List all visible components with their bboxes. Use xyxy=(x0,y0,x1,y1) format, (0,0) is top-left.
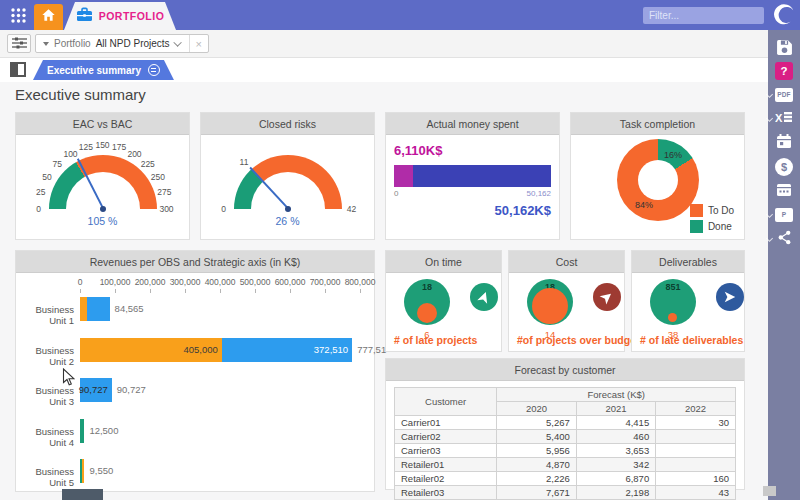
forecast-row: Retailer037,6712,19843 xyxy=(395,486,736,500)
panel-title: Actual money spent xyxy=(386,113,559,135)
forecast-col-customer: Customer xyxy=(395,388,497,416)
gauge-tick-label: 75 xyxy=(53,159,62,169)
bar-segment xyxy=(82,459,84,483)
gauge-tick-label: 100 xyxy=(63,149,77,159)
export-pdf-button[interactable]: PDF xyxy=(768,84,800,106)
forecast-row: Retailer014,870342 xyxy=(395,458,736,472)
bar-total-label: 90,727 xyxy=(117,378,146,402)
forecast-value-cell: 5,267 xyxy=(497,416,576,430)
gauge-tick-label: 0 xyxy=(36,204,41,214)
forecast-row: Retailer022,2266,870160 xyxy=(395,472,736,486)
gauge-tick-label: 125 xyxy=(79,142,93,152)
gauge-eac-vs-bac: 105 % 0255075100125150175200225250275300 xyxy=(28,137,178,237)
view-tabstrip: Executive summary xyxy=(0,58,768,82)
forecast-value-cell: 5,956 xyxy=(497,444,576,458)
bar-category-label: Business Unit 4 xyxy=(18,426,74,448)
panel-cost: Cost 18 14 #of projects over budget xyxy=(508,250,625,352)
chevron-down-icon[interactable] xyxy=(766,211,773,218)
portfolio-toolbar: Portfolio All NPD Projects × xyxy=(0,30,768,58)
calendar-button[interactable] xyxy=(768,132,800,154)
forecast-col-year: 2020 xyxy=(497,402,576,416)
forecast-value-cell: 4,870 xyxy=(497,458,576,472)
tab-portfolio-label: PORTFOLIO xyxy=(99,10,165,22)
tab-executive-summary-label: Executive summary xyxy=(47,65,141,76)
apps-grid-icon[interactable] xyxy=(10,7,27,24)
panel-eac-vs-bac: EAC vs BAC 105 % 02550751001251501752002… xyxy=(15,112,190,240)
x-axis-tick-mark xyxy=(325,289,326,293)
page-title: Executive summary xyxy=(15,86,146,103)
briefcase-icon xyxy=(76,7,93,26)
x-axis-tick-label: 800,000 xyxy=(345,277,376,287)
cost-arrow-icon xyxy=(593,283,621,311)
picker-expand-icon[interactable] xyxy=(43,42,49,46)
save-button[interactable] xyxy=(768,36,800,58)
kpi-caption: # of late deliverables xyxy=(640,334,743,346)
kpi-late-circle xyxy=(668,313,677,322)
share-icon xyxy=(777,230,792,249)
collapse-panel-icon[interactable] xyxy=(10,62,26,77)
forecast-col-year: 2022 xyxy=(656,402,736,416)
home-tab[interactable] xyxy=(34,4,63,30)
on-time-arrow-icon xyxy=(470,283,498,311)
bar-segment xyxy=(80,297,87,321)
logo-crescent-icon[interactable] xyxy=(772,3,796,27)
panel-title: Task completion xyxy=(571,113,744,135)
cost-button[interactable]: $ xyxy=(768,156,800,178)
partial-hidden-panel xyxy=(62,489,103,500)
app-header: PORTFOLIO xyxy=(0,0,800,30)
money-axis-max: 50,162 xyxy=(527,189,551,198)
panel-title: Closed risks xyxy=(201,113,374,135)
gauge-value-label: 26 % xyxy=(213,215,363,227)
forecast-row: Carrier025,400460 xyxy=(395,430,736,444)
forecast-customer-cell: Retailer02 xyxy=(395,472,497,486)
filter-input[interactable] xyxy=(643,7,764,24)
panel-deliverables: Deliverables 851 38 # of late deliverabl… xyxy=(631,250,745,352)
money-axis-min: 0 xyxy=(394,189,398,198)
forecast-value-cell: 43 xyxy=(656,486,736,500)
forecast-value-cell xyxy=(656,458,736,472)
schedule-button[interactable] xyxy=(768,180,800,202)
gauge-pivot xyxy=(100,206,106,212)
gauge-tick-label: 200 xyxy=(127,149,141,159)
resize-handle[interactable] xyxy=(763,486,776,496)
kpi-late-circle xyxy=(417,303,437,323)
x-axis-tick-mark xyxy=(185,289,186,293)
gauge-tick-label: 11 xyxy=(240,157,249,167)
forecast-value-cell: 3,653 xyxy=(576,444,655,458)
clear-selection-button[interactable]: × xyxy=(189,35,208,52)
help-button[interactable]: ? xyxy=(768,60,800,82)
gauge-pivot xyxy=(285,206,291,212)
tab-executive-summary[interactable]: Executive summary xyxy=(33,60,174,80)
view-options-button[interactable] xyxy=(7,34,31,53)
tab-portfolio[interactable]: PORTFOLIO xyxy=(64,2,176,30)
bar-segment-label: 372,510 xyxy=(314,338,348,362)
tab-menu-icon[interactable] xyxy=(148,64,160,76)
donut-legend: To Do Done xyxy=(690,201,734,233)
panel-closed-risks: Closed risks 26 % 01142 xyxy=(200,112,375,240)
export-excel-button[interactable]: X xyxy=(768,108,800,130)
chevron-down-icon[interactable] xyxy=(766,91,773,98)
portfolio-picker[interactable]: Portfolio All NPD Projects × xyxy=(35,34,209,53)
chevron-down-icon[interactable] xyxy=(766,235,773,242)
x-axis-tick-mark xyxy=(115,289,116,293)
bar-total-label: 9,550 xyxy=(89,459,113,483)
forecast-value-cell: 460 xyxy=(576,430,655,444)
x-axis-tick-mark xyxy=(290,289,291,293)
gauge-tick-label: 175 xyxy=(112,142,126,152)
panel-on-time: On time 18 6 # of late projects xyxy=(385,250,502,352)
chevron-down-icon[interactable] xyxy=(766,115,773,122)
forecast-value-cell: 2,226 xyxy=(497,472,576,486)
bar-category-label: Business Unit 5 xyxy=(18,466,74,488)
export-powerpoint-button[interactable]: P xyxy=(768,204,800,226)
schedule-icon xyxy=(776,182,792,201)
sliders-icon xyxy=(12,35,27,53)
picker-value[interactable]: All NPD Projects xyxy=(96,38,176,49)
gauge-tick-label: 25 xyxy=(36,187,45,197)
forecast-row: Carrier015,2674,41530 xyxy=(395,416,736,430)
forecast-customer-cell: Carrier03 xyxy=(395,444,497,458)
home-icon xyxy=(41,8,56,26)
share-button[interactable] xyxy=(768,228,800,250)
money-total-label: 50,162K$ xyxy=(394,203,551,218)
panel-title: Cost xyxy=(509,251,624,273)
gauge-tick-label: 275 xyxy=(157,187,171,197)
